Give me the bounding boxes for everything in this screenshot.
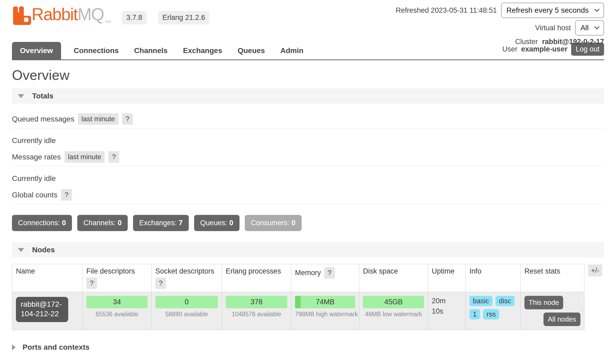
col-header-name: Name [12,264,83,292]
col-header-disk-space: Disk space [359,264,428,292]
user-name: example-user [521,45,567,53]
col-header-memory: Memory? [291,264,359,292]
brand-wordmark: RabbitMQ [32,6,104,23]
rabbitmq-logo[interactable]: RabbitMQ TM [12,6,111,25]
user-label: User [502,45,517,53]
node-name-cell: rabbit@172-104-212-22 [12,292,83,330]
global-counts-row: Connections: 0 Channels: 0 Exchanges: 7 … [12,215,604,231]
col-header-socket-descriptors: Socket descriptors? [152,264,222,292]
disk-watermark: 48MB low watermark [363,311,424,318]
col-header-erlang-processes: Erlang processes [222,264,291,292]
tab-channels[interactable]: Channels [134,42,168,59]
erlang-processes-cell: 378 1048576 available [222,292,291,330]
global-counts-label: Global counts [12,191,57,199]
refreshed-timestamp: Refreshed 2023-05-31 11:48:51 [396,6,497,15]
queued-messages-range-chip[interactable]: last minute [78,113,118,125]
nodes-table-header-row: Name File descriptors? Socket descriptor… [12,264,584,292]
tab-connections[interactable]: Connections [74,42,119,59]
columns-plus-minus-button[interactable]: +/- [588,265,602,276]
global-counts-heading: Global counts ? [12,189,604,204]
chevron-down-icon [594,7,600,12]
queued-messages-heading: Queued messages last minute ? [12,113,604,128]
memory-used-segment [295,296,301,308]
memory-cell: 74MB 798MB high watermark [291,292,359,330]
memory-help-icon[interactable]: ? [324,267,335,279]
uptime-cell: 20m 10s [428,292,466,330]
col-header-info: Info [466,264,521,292]
consumers-count-button[interactable]: Consumers: 0 [245,215,302,231]
queued-messages-label: Queued messages [12,115,74,123]
socket-descriptors-bar: 0 [155,296,218,308]
version-badge: 3.7.8 [122,11,147,24]
tab-queues[interactable]: Queues [238,42,265,59]
triangle-right-icon [12,344,16,350]
message-rates-help-icon[interactable]: ? [108,151,119,163]
disk-space-bar: 45GB [363,296,424,308]
rabbitmq-logo-icon [12,6,31,25]
info-tag-rss: rss [483,309,499,319]
col-header-reset-stats: Reset stats [521,264,584,292]
memory-bar: 74MB [295,296,355,308]
erlang-processes-available: 1048576 available [226,311,287,318]
file-descriptors-help-icon[interactable]: ? [86,278,97,289]
erlang-processes-bar: 378 [226,296,287,308]
reset-stats-cell: This node All nodes [521,292,584,330]
reset-all-nodes-button[interactable]: All nodes [544,313,580,326]
file-descriptors-available: 65536 available [86,311,148,318]
info-cell: basic disc 1 rss [466,292,521,330]
ports-and-contexts-section[interactable]: Ports and contexts [12,343,604,352]
file-descriptors-cell: 34 65536 available [83,292,152,330]
cluster-label: Cluster [515,38,538,46]
info-tag-basic: basic [469,296,493,306]
connections-count-button[interactable]: Connections: 0 [12,215,72,231]
tab-overview[interactable]: Overview [12,42,61,59]
nodes-section-header[interactable]: Nodes [12,242,604,258]
memory-watermark: 798MB high watermark [295,311,355,318]
node-name-badge[interactable]: rabbit@172-104-212-22 [16,297,68,322]
page-header: RabbitMQ TM 3.7.8 Erlang 21.2.6 Refreshe… [0,0,616,42]
nodes-table: Name File descriptors? Socket descriptor… [12,264,584,330]
message-rates-heading: Message rates last minute ? [12,151,604,166]
totals-section-header[interactable]: Totals [12,88,604,104]
message-rates-status: Currently idle [12,174,604,183]
cluster-name: rabbit@192-0-2-17 [542,38,604,46]
chevron-down-icon [594,24,600,29]
trademark-mark: TM [105,19,111,24]
page-title: Overview [12,67,604,83]
refresh-interval-select[interactable]: Refresh every 5 seconds [501,3,604,18]
col-header-file-descriptors: File descriptors? [83,264,152,292]
node-row: rabbit@172-104-212-22 34 65536 available… [12,292,584,330]
message-rates-range-chip[interactable]: last minute [65,151,105,163]
message-rates-label: Message rates [12,153,61,161]
queued-messages-status: Currently idle [12,136,604,145]
tab-admin[interactable]: Admin [280,42,303,59]
info-tag-disc: disc [495,296,515,306]
triangle-down-icon [18,248,24,252]
file-descriptors-bar: 34 [86,296,148,308]
reset-this-node-button[interactable]: This node [524,296,563,309]
global-counts-help-icon[interactable]: ? [61,189,72,201]
disk-space-cell: 45GB 48MB low watermark [359,292,428,330]
channels-count-button[interactable]: Channels: 0 [77,215,128,231]
uptime-value: 20m 10s [432,296,456,317]
queued-messages-help-icon[interactable]: ? [122,113,133,125]
virtual-host-label: Virtual host [535,24,571,32]
info-tag-version: 1 [469,309,480,319]
socket-descriptors-help-icon[interactable]: ? [155,278,166,289]
socket-descriptors-available: 58890 available [155,311,218,318]
virtual-host-select[interactable]: All [575,20,604,36]
col-header-uptime: Uptime [428,264,466,292]
exchanges-count-button[interactable]: Exchanges: 7 [133,215,189,231]
erlang-version-badge: Erlang 21.2.6 [158,11,210,24]
queues-count-button[interactable]: Queues: 0 [194,215,239,231]
triangle-down-icon [18,94,24,98]
socket-descriptors-cell: 0 58890 available [152,292,222,330]
tab-exchanges[interactable]: Exchanges [183,42,222,59]
